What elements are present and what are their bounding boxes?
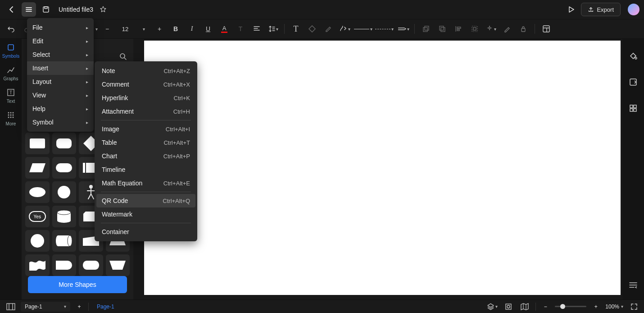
export-panel-icon[interactable]	[626, 75, 640, 89]
bucket-icon[interactable]	[626, 49, 640, 63]
layers-icon[interactable]: ▾	[487, 299, 498, 313]
shape-yes[interactable]: Yes	[25, 206, 50, 227]
submenu-item-container[interactable]: Container	[96, 225, 195, 239]
zoom-label[interactable]: 100%▾	[605, 304, 623, 310]
avatar[interactable]	[628, 4, 639, 15]
zoom-in-button[interactable]: +	[592, 299, 600, 313]
connector-button[interactable]: ▾	[338, 22, 351, 36]
left-rail: Symbols Graphs T Text More	[0, 39, 22, 299]
page-panel-icon[interactable]	[5, 302, 17, 312]
shape-circle[interactable]	[52, 181, 77, 203]
zoom-thumb[interactable]	[560, 304, 565, 309]
shape-cylinder[interactable]	[52, 206, 77, 227]
shape-circle2[interactable]	[25, 230, 50, 252]
shape-rounded[interactable]	[52, 133, 77, 154]
menu-item-edit[interactable]: Edit▸	[27, 34, 94, 48]
highlighter-icon[interactable]	[322, 22, 335, 36]
apps-icon[interactable]	[626, 101, 640, 115]
magic-icon[interactable]: ▾	[484, 22, 498, 36]
rail-item-symbols[interactable]: Symbols	[2, 42, 19, 59]
map-icon[interactable]	[519, 299, 530, 313]
focus-icon[interactable]	[503, 299, 514, 313]
menu-item-insert[interactable]: Insert▸	[27, 61, 94, 75]
font-color-button[interactable]: A	[218, 22, 231, 36]
submenu-item-chart[interactable]: ChartCtrl+Alt+P	[96, 149, 195, 163]
text-tool-button[interactable]: T	[289, 22, 303, 36]
submenu-item-note[interactable]: NoteCtrl+Alt+Z	[96, 64, 195, 78]
rail-item-graphs[interactable]: Graphs	[4, 65, 18, 81]
font-size-decrease[interactable]: −	[100, 22, 114, 36]
hamburger-menu-button[interactable]	[22, 2, 36, 17]
file-title[interactable]: Untitled file3	[59, 6, 93, 13]
shape-ellipse[interactable]	[25, 181, 50, 203]
menu-item-view[interactable]: View▸	[27, 88, 94, 102]
search-icon[interactable]	[119, 52, 127, 60]
zoom-out-button[interactable]: −	[541, 299, 549, 313]
shape-fill-button[interactable]	[305, 22, 319, 36]
play-icon[interactable]	[564, 2, 578, 17]
rail-item-more[interactable]: More	[6, 110, 16, 126]
submenu-item-timeline[interactable]: Timeline	[96, 163, 195, 176]
canvas-area[interactable]	[133, 39, 622, 299]
line-style-button[interactable]: ▾	[354, 22, 372, 36]
menu-item-symbol[interactable]: Symbol▸	[27, 115, 94, 129]
align-button[interactable]	[250, 22, 263, 36]
export-label: Export	[597, 6, 614, 13]
export-button[interactable]: Export	[581, 3, 621, 16]
font-size-chevron[interactable]: ▾	[136, 22, 150, 36]
add-page-button[interactable]: +	[74, 302, 85, 312]
fullscreen-icon[interactable]	[629, 299, 639, 313]
layer-back-icon[interactable]	[419, 22, 433, 36]
menu-item-help[interactable]: Help▸	[27, 102, 94, 115]
undo-button[interactable]	[5, 22, 18, 36]
zoom-slider[interactable]	[555, 306, 586, 307]
submenu-item-math[interactable]: Math EquationCtrl+Alt+E	[96, 176, 195, 190]
line-dash-button[interactable]: ▾	[375, 22, 394, 36]
bold-button[interactable]: B	[169, 22, 182, 36]
shape-pill[interactable]	[52, 157, 77, 179]
svg-point-27	[89, 185, 93, 189]
lock-icon[interactable]	[517, 22, 530, 36]
shape-can[interactable]	[52, 230, 77, 252]
main-menu: File▸ Edit▸ Select▸ Insert▸ Layout▸ View…	[27, 18, 94, 132]
rail-item-text[interactable]: T Text	[6, 87, 16, 104]
shape-wave[interactable]	[25, 254, 50, 276]
underline-button[interactable]: U	[201, 22, 215, 36]
page-tab[interactable]: Page-1	[92, 304, 119, 310]
panel-toggle-icon[interactable]	[626, 278, 640, 292]
submenu-item-table[interactable]: TableCtrl+Alt+T	[96, 136, 195, 149]
layer-front-icon[interactable]	[435, 22, 449, 36]
chevron-right-icon: ▸	[86, 52, 88, 57]
submenu-item-attachment[interactable]: AttachmentCtrl+H	[96, 105, 195, 118]
font-size-increase[interactable]: +	[153, 22, 166, 36]
submenu-item-comment[interactable]: CommentCtrl+Alt+X	[96, 78, 195, 91]
canvas-page[interactable]	[144, 41, 621, 295]
shape-lozenge[interactable]	[79, 254, 103, 276]
star-icon[interactable]	[96, 2, 110, 17]
submenu-item-image[interactable]: ImageCtrl+Alt+I	[96, 122, 195, 136]
svg-rect-2	[309, 26, 315, 32]
group-icon[interactable]	[468, 22, 481, 36]
submenu-item-qrcode[interactable]: QR CodeCtrl+Alt+Q	[96, 194, 195, 207]
page-select[interactable]: Page-1 ▾	[21, 302, 70, 312]
italic-button[interactable]: I	[185, 22, 199, 36]
text-style-button[interactable]: T	[234, 22, 247, 36]
line-cap-button[interactable]: ▾	[396, 22, 410, 36]
menu-item-select[interactable]: Select▸	[27, 48, 94, 61]
more-shapes-button[interactable]: More Shapes	[28, 276, 127, 293]
menu-item-file[interactable]: File▸	[27, 21, 94, 34]
save-icon[interactable]	[39, 2, 53, 17]
shape-trapezoid-dn[interactable]	[106, 254, 130, 276]
align-objects-icon[interactable]	[452, 22, 465, 36]
shape-parallelogram[interactable]	[25, 157, 50, 179]
shape-rectangle[interactable]	[25, 133, 50, 154]
font-size-input[interactable]	[117, 23, 134, 35]
line-spacing-button[interactable]: ▾	[266, 22, 280, 36]
layout-icon[interactable]	[540, 22, 553, 36]
submenu-item-watermark[interactable]: Watermark	[96, 207, 195, 221]
submenu-item-hyperlink[interactable]: HyperlinkCtrl+K	[96, 91, 195, 105]
back-button[interactable]	[5, 2, 19, 17]
edit-icon[interactable]	[500, 22, 514, 36]
shape-bullet[interactable]	[52, 254, 77, 276]
menu-item-layout[interactable]: Layout▸	[27, 75, 94, 88]
